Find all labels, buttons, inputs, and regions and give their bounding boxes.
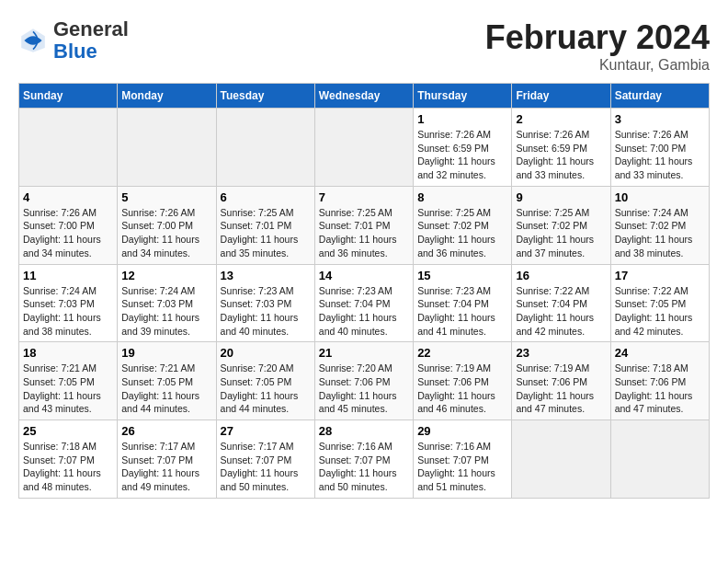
day-number: 16 <box>516 269 606 282</box>
day-number: 4 <box>23 190 113 204</box>
day-info: Sunrise: 7:17 AMSunset: 7:07 PMDaylight:… <box>221 440 311 494</box>
day-number: 6 <box>221 190 311 204</box>
day-number: 9 <box>516 190 606 204</box>
day-info: Sunrise: 7:25 AMSunset: 7:02 PMDaylight:… <box>417 206 507 260</box>
calendar-cell: 2Sunrise: 7:26 AMSunset: 6:59 PMDaylight… <box>512 109 610 187</box>
day-number: 14 <box>319 269 409 282</box>
calendar-cell <box>610 420 709 499</box>
day-number: 26 <box>121 424 211 438</box>
calendar-cell: 7Sunrise: 7:25 AMSunset: 7:01 PMDaylight… <box>314 186 413 264</box>
calendar-week-4: 18Sunrise: 7:21 AMSunset: 7:05 PMDayligh… <box>19 342 710 420</box>
day-number: 22 <box>417 346 507 360</box>
calendar-cell: 15Sunrise: 7:23 AMSunset: 7:04 PMDayligh… <box>414 264 512 342</box>
day-number: 10 <box>615 190 705 204</box>
weekday-header-monday: Monday <box>118 84 216 109</box>
day-number: 15 <box>417 269 507 282</box>
calendar-week-2: 4Sunrise: 7:26 AMSunset: 7:00 PMDaylight… <box>19 186 710 264</box>
day-number: 1 <box>417 112 507 126</box>
calendar-cell: 11Sunrise: 7:24 AMSunset: 7:03 PMDayligh… <box>19 264 118 342</box>
calendar-week-3: 11Sunrise: 7:24 AMSunset: 7:03 PMDayligh… <box>19 264 710 342</box>
day-info: Sunrise: 7:21 AMSunset: 7:05 PMDaylight:… <box>23 362 113 416</box>
day-number: 5 <box>121 190 211 204</box>
day-info: Sunrise: 7:20 AMSunset: 7:05 PMDaylight:… <box>221 362 311 416</box>
calendar-cell: 19Sunrise: 7:21 AMSunset: 7:05 PMDayligh… <box>118 342 216 420</box>
calendar-cell: 21Sunrise: 7:20 AMSunset: 7:06 PMDayligh… <box>314 342 413 420</box>
calendar-cell: 22Sunrise: 7:19 AMSunset: 7:06 PMDayligh… <box>414 342 512 420</box>
calendar-cell: 26Sunrise: 7:17 AMSunset: 7:07 PMDayligh… <box>118 420 216 499</box>
day-number: 3 <box>615 112 705 126</box>
calendar-cell: 18Sunrise: 7:21 AMSunset: 7:05 PMDayligh… <box>19 342 118 420</box>
day-info: Sunrise: 7:18 AMSunset: 7:07 PMDaylight:… <box>23 440 113 494</box>
logo-blue: Blue <box>53 40 97 63</box>
day-info: Sunrise: 7:17 AMSunset: 7:07 PMDaylight:… <box>121 440 211 494</box>
day-info: Sunrise: 7:20 AMSunset: 7:06 PMDaylight:… <box>319 362 409 416</box>
day-info: Sunrise: 7:26 AMSunset: 6:59 PMDaylight:… <box>417 128 507 182</box>
logo-general: General <box>53 17 129 40</box>
day-info: Sunrise: 7:19 AMSunset: 7:06 PMDaylight:… <box>516 362 606 416</box>
calendar-cell <box>118 109 216 187</box>
location-label: Kuntaur, Gambia <box>485 57 710 74</box>
day-number: 28 <box>319 424 409 438</box>
weekday-header-friday: Friday <box>512 84 610 109</box>
day-number: 13 <box>221 269 311 282</box>
day-info: Sunrise: 7:24 AMSunset: 7:03 PMDaylight:… <box>121 284 211 339</box>
day-info: Sunrise: 7:24 AMSunset: 7:02 PMDaylight:… <box>615 206 705 260</box>
page-title: February 2024 <box>485 18 710 57</box>
day-number: 27 <box>221 424 311 438</box>
calendar-cell: 8Sunrise: 7:25 AMSunset: 7:02 PMDaylight… <box>414 186 512 264</box>
calendar-cell: 10Sunrise: 7:24 AMSunset: 7:02 PMDayligh… <box>610 186 709 264</box>
day-number: 23 <box>516 346 606 360</box>
day-info: Sunrise: 7:26 AMSunset: 7:00 PMDaylight:… <box>23 206 113 260</box>
calendar-cell: 24Sunrise: 7:18 AMSunset: 7:06 PMDayligh… <box>610 342 709 420</box>
day-number: 7 <box>319 190 409 204</box>
day-info: Sunrise: 7:26 AMSunset: 7:00 PMDaylight:… <box>615 128 705 182</box>
calendar-cell <box>216 109 314 187</box>
calendar-cell <box>314 109 413 187</box>
calendar-cell: 13Sunrise: 7:23 AMSunset: 7:03 PMDayligh… <box>216 264 314 342</box>
day-info: Sunrise: 7:23 AMSunset: 7:03 PMDaylight:… <box>221 284 311 339</box>
calendar-week-5: 25Sunrise: 7:18 AMSunset: 7:07 PMDayligh… <box>19 420 710 499</box>
day-info: Sunrise: 7:23 AMSunset: 7:04 PMDaylight:… <box>417 284 507 339</box>
title-block: February 2024 Kuntaur, Gambia <box>485 18 710 74</box>
calendar-cell: 23Sunrise: 7:19 AMSunset: 7:06 PMDayligh… <box>512 342 610 420</box>
calendar-table: SundayMondayTuesdayWednesdayThursdayFrid… <box>18 83 710 499</box>
day-number: 25 <box>23 424 113 438</box>
day-info: Sunrise: 7:25 AMSunset: 7:02 PMDaylight:… <box>516 206 606 260</box>
calendar-cell: 17Sunrise: 7:22 AMSunset: 7:05 PMDayligh… <box>610 264 709 342</box>
logo-text: General Blue <box>53 18 129 63</box>
weekday-header-row: SundayMondayTuesdayWednesdayThursdayFrid… <box>19 84 710 109</box>
calendar-cell: 4Sunrise: 7:26 AMSunset: 7:00 PMDaylight… <box>19 186 118 264</box>
day-number: 8 <box>417 190 507 204</box>
calendar-cell: 3Sunrise: 7:26 AMSunset: 7:00 PMDaylight… <box>610 109 709 187</box>
day-number: 2 <box>516 112 606 126</box>
calendar-cell: 9Sunrise: 7:25 AMSunset: 7:02 PMDaylight… <box>512 186 610 264</box>
logo-icon <box>18 26 48 55</box>
calendar-cell: 29Sunrise: 7:16 AMSunset: 7:07 PMDayligh… <box>414 420 512 499</box>
weekday-header-wednesday: Wednesday <box>314 84 413 109</box>
day-number: 19 <box>121 346 211 360</box>
day-info: Sunrise: 7:16 AMSunset: 7:07 PMDaylight:… <box>319 440 409 494</box>
day-number: 21 <box>319 346 409 360</box>
calendar-cell: 25Sunrise: 7:18 AMSunset: 7:07 PMDayligh… <box>19 420 118 499</box>
day-info: Sunrise: 7:26 AMSunset: 6:59 PMDaylight:… <box>516 128 606 182</box>
day-info: Sunrise: 7:23 AMSunset: 7:04 PMDaylight:… <box>319 284 409 339</box>
calendar-cell: 14Sunrise: 7:23 AMSunset: 7:04 PMDayligh… <box>314 264 413 342</box>
day-number: 18 <box>23 346 113 360</box>
calendar-cell: 27Sunrise: 7:17 AMSunset: 7:07 PMDayligh… <box>216 420 314 499</box>
calendar-cell <box>512 420 610 499</box>
calendar-cell: 5Sunrise: 7:26 AMSunset: 7:00 PMDaylight… <box>118 186 216 264</box>
day-number: 17 <box>615 269 705 282</box>
calendar-cell: 16Sunrise: 7:22 AMSunset: 7:04 PMDayligh… <box>512 264 610 342</box>
day-number: 11 <box>23 269 113 282</box>
day-info: Sunrise: 7:19 AMSunset: 7:06 PMDaylight:… <box>417 362 507 416</box>
day-number: 24 <box>615 346 705 360</box>
day-info: Sunrise: 7:16 AMSunset: 7:07 PMDaylight:… <box>417 440 507 494</box>
calendar-cell: 6Sunrise: 7:25 AMSunset: 7:01 PMDaylight… <box>216 186 314 264</box>
day-info: Sunrise: 7:22 AMSunset: 7:04 PMDaylight:… <box>516 284 606 339</box>
day-info: Sunrise: 7:18 AMSunset: 7:06 PMDaylight:… <box>615 362 705 416</box>
calendar-cell: 1Sunrise: 7:26 AMSunset: 6:59 PMDaylight… <box>414 109 512 187</box>
day-info: Sunrise: 7:21 AMSunset: 7:05 PMDaylight:… <box>121 362 211 416</box>
day-info: Sunrise: 7:26 AMSunset: 7:00 PMDaylight:… <box>121 206 211 260</box>
calendar-cell <box>19 109 118 187</box>
weekday-header-thursday: Thursday <box>414 84 512 109</box>
